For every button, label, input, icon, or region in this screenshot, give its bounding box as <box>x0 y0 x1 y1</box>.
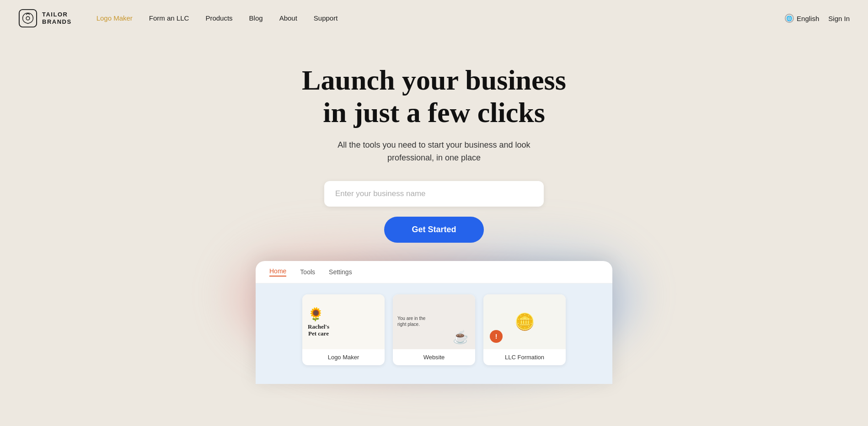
dash-nav-tools[interactable]: Tools <box>300 268 315 276</box>
svg-rect-0 <box>19 10 37 27</box>
hero-section: Launch your business in just a few click… <box>0 37 868 384</box>
website-card-image: You are in the right place. ☕ <box>393 294 475 349</box>
svg-point-1 <box>26 16 30 20</box>
llc-badge-icon: ! <box>490 330 503 343</box>
llc-card-label: LLC Formation <box>483 349 566 365</box>
business-name-field-wrap <box>324 181 544 207</box>
hero-content: Launch your business in just a few click… <box>256 64 612 384</box>
nav-link-logo-maker[interactable]: Logo Maker <box>90 11 139 25</box>
coffee-icon: ☕ <box>453 330 469 345</box>
website-card-label: Website <box>393 349 475 365</box>
stamp-icon: 🪙 <box>514 312 535 331</box>
brand-logo[interactable]: TAILOR BRANDS <box>18 9 72 28</box>
logo-maker-card-label: Logo Maker <box>302 349 385 365</box>
dashboard-body: 🌻 Rachel'sPet care Logo Maker You are in… <box>256 283 612 384</box>
dashboard-nav: Home Tools Settings <box>256 261 612 283</box>
dash-nav-home[interactable]: Home <box>269 267 286 277</box>
dash-nav-settings[interactable]: Settings <box>329 268 352 276</box>
nav-link-about[interactable]: About <box>273 11 304 25</box>
main-nav: TAILOR BRANDS Logo Maker Form an LLC Pro… <box>0 0 868 37</box>
nav-link-form-llc[interactable]: Form an LLC <box>143 11 196 25</box>
nav-right: 🌐 English Sign In <box>785 14 850 23</box>
nav-link-blog[interactable]: Blog <box>243 11 269 25</box>
dash-card-llc[interactable]: 🪙 ! LLC Formation <box>483 294 566 365</box>
llc-card-image: 🪙 ! <box>483 294 566 349</box>
hero-title: Launch your business in just a few click… <box>302 64 566 129</box>
dashboard-cards: 🌻 Rachel'sPet care Logo Maker You are in… <box>267 294 601 365</box>
language-selector[interactable]: 🌐 English <box>785 14 819 23</box>
nav-link-products[interactable]: Products <box>199 11 239 25</box>
logo-demo-text: Rachel'sPet care <box>308 324 329 337</box>
signin-link[interactable]: Sign In <box>828 15 850 22</box>
language-label: English <box>797 15 819 22</box>
nav-link-support[interactable]: Support <box>307 11 344 25</box>
brand-logo-icon <box>18 9 38 28</box>
business-name-input[interactable] <box>324 181 544 207</box>
nav-links: Logo Maker Form an LLC Products Blog Abo… <box>90 14 344 22</box>
website-demo-text2: right place. <box>397 322 420 327</box>
sunflower-icon: 🌻 <box>308 307 324 322</box>
dash-card-website[interactable]: You are in the right place. ☕ Website <box>393 294 475 365</box>
globe-icon: 🌐 <box>785 14 794 23</box>
get-started-button[interactable]: Get Started <box>384 217 483 243</box>
logo-maker-card-image: 🌻 Rachel'sPet care <box>302 294 385 349</box>
brand-name: TAILOR BRANDS <box>42 11 72 25</box>
dash-card-logo-maker[interactable]: 🌻 Rachel'sPet care Logo Maker <box>302 294 385 365</box>
hero-subtitle: All the tools you need to start your bus… <box>324 138 544 165</box>
dashboard-preview: Home Tools Settings 🌻 Rachel'sPet care L… <box>256 261 612 384</box>
website-demo-text1: You are in the <box>397 316 425 321</box>
